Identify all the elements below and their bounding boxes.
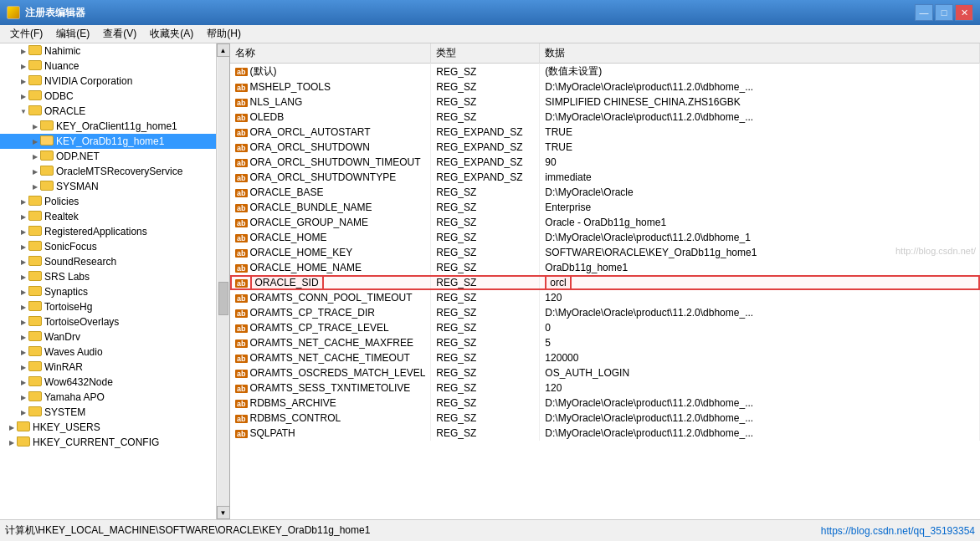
tree-item[interactable]: ▶SYSMAN bbox=[0, 179, 216, 194]
tree-item[interactable]: ▶WanDrv bbox=[0, 329, 216, 345]
table-row[interactable]: abRDBMS_ARCHIVEREG_SZD:\MyOracle\Oracle\… bbox=[230, 396, 980, 411]
tree-item-label: ODBC bbox=[44, 90, 74, 102]
table-row[interactable]: abORACLE_HOMEREG_SZD:\MyOracle\Oracle\pr… bbox=[230, 230, 980, 245]
tree-item-label: TortoiseHg bbox=[44, 301, 92, 313]
tree-item[interactable]: ▶SYSTEM bbox=[0, 405, 216, 420]
tree-item-label: SonicFocus bbox=[44, 241, 97, 253]
table-row[interactable]: abOLEDBREG_SZD:\MyOracle\Oracle\product\… bbox=[230, 110, 980, 125]
cell-name: abORACLE_SID bbox=[230, 275, 431, 290]
tree-item-label: Waves Audio bbox=[44, 346, 103, 358]
close-button[interactable]: ✕ bbox=[955, 4, 973, 21]
tree-expand-arrow: ▼ bbox=[18, 106, 28, 116]
tree-expand-arrow: ▶ bbox=[18, 46, 28, 56]
tree-item-label: Wow6432Node bbox=[44, 376, 113, 388]
table-row[interactable]: abORA_ORCL_SHUTDOWNREG_EXPAND_SZTRUE bbox=[230, 140, 980, 155]
tree-item[interactable]: ▶ODBC bbox=[0, 89, 216, 104]
tree-item[interactable]: ▶Yamaha APO bbox=[0, 390, 216, 405]
tree-item[interactable]: ▶RegisteredApplications bbox=[0, 224, 216, 239]
cell-data: D:\MyOracle\Oracle\product\11.2.0\dbhome… bbox=[540, 426, 980, 441]
menu-favorites[interactable]: 收藏夹(A) bbox=[143, 25, 200, 43]
cell-name: abORAMTS_OSCREDS_MATCH_LEVEL bbox=[230, 365, 431, 380]
tree-item[interactable]: ▶ODP.NET bbox=[0, 149, 216, 164]
tree-item[interactable]: ▶KEY_OraClient11g_home1 bbox=[0, 119, 216, 134]
tree-item[interactable]: ▶SRS Labs bbox=[0, 269, 216, 284]
menu-view[interactable]: 查看(V) bbox=[96, 25, 143, 43]
table-row[interactable]: abORACLE_HOME_NAMEREG_SZOraDb11g_home1 bbox=[230, 260, 980, 275]
folder-icon bbox=[28, 196, 42, 206]
tree-item[interactable]: ▶Realtek bbox=[0, 209, 216, 224]
table-row[interactable]: abORA_ORCL_AUTOSTARTREG_EXPAND_SZTRUE bbox=[230, 125, 980, 140]
tree-item[interactable]: ▶Nahimic bbox=[0, 43, 216, 59]
tree-item[interactable]: ▶HKEY_CURRENT_CONFIG bbox=[0, 435, 216, 450]
table-row[interactable]: abORAMTS_SESS_TXNTIMETOLIVEREG_SZ120 bbox=[230, 380, 980, 396]
table-row[interactable]: abORACLE_BASEREG_SZD:\MyOracle\Oracle bbox=[230, 185, 980, 200]
cell-data: 0 bbox=[540, 320, 980, 335]
tree-item[interactable]: ▶KEY_OraDb11g_home1 bbox=[0, 134, 216, 149]
table-row[interactable]: abORAMTS_CP_TRACE_LEVELREG_SZ0 bbox=[230, 320, 980, 335]
tree-item[interactable]: ▼ORACLE bbox=[0, 104, 216, 119]
cell-type: REG_EXPAND_SZ bbox=[431, 170, 540, 185]
name-highlight: ORACLE_SID bbox=[250, 275, 324, 290]
tree-item[interactable]: ▶NVIDIA Corporation bbox=[0, 74, 216, 89]
table-row[interactable]: abRDBMS_CONTROLREG_SZD:\MyOracle\Oracle\… bbox=[230, 411, 980, 426]
tree-expand-arrow: ▶ bbox=[7, 437, 17, 447]
menu-file[interactable]: 文件(F) bbox=[3, 25, 49, 43]
table-row[interactable]: abORAMTS_CP_TRACE_DIRREG_SZD:\MyOracle\O… bbox=[230, 305, 980, 320]
table-row[interactable]: abORAMTS_NET_CACHE_MAXFREEREG_SZ5 bbox=[230, 335, 980, 350]
tree-item[interactable]: ▶Wow6432Node bbox=[0, 375, 216, 390]
tree-item[interactable]: ▶TortoiseOverlays bbox=[0, 314, 216, 329]
cell-data: SOFTWARE\ORACLE\KEY_OraDb11g_home1http:/… bbox=[540, 245, 980, 260]
cell-name: abORACLE_HOME bbox=[230, 230, 431, 245]
cell-type: REG_SZ bbox=[431, 396, 540, 411]
folder-icon bbox=[28, 105, 42, 115]
scroll-thumb[interactable] bbox=[218, 282, 228, 315]
table-row[interactable]: abORA_ORCL_SHUTDOWN_TIMEOUTREG_EXPAND_SZ… bbox=[230, 155, 980, 170]
cell-type: REG_EXPAND_SZ bbox=[431, 155, 540, 170]
table-row[interactable]: abORA_ORCL_SHUTDOWNTYPEREG_EXPAND_SZimme… bbox=[230, 170, 980, 185]
type-icon: ab bbox=[235, 370, 248, 378]
scroll-up[interactable]: ▲ bbox=[217, 43, 230, 57]
table-row[interactable]: abORAMTS_NET_CACHE_TIMEOUTREG_SZ120000 bbox=[230, 350, 980, 365]
table-row[interactable]: ab(默认)REG_SZ(数值未设置) bbox=[230, 64, 980, 80]
table-row[interactable]: abORACLE_GROUP_NAMEREG_SZOracle - OraDb1… bbox=[230, 215, 980, 230]
title-bar-left: 注册表编辑器 bbox=[7, 6, 85, 20]
table-row[interactable]: abORACLE_SIDREG_SZorcl bbox=[230, 275, 980, 290]
tree-item[interactable]: ▶HKEY_USERS bbox=[0, 420, 216, 435]
cell-data: 120000 bbox=[540, 350, 980, 365]
menu-edit[interactable]: 编辑(E) bbox=[49, 25, 96, 43]
table-row[interactable]: abSQLPATHREG_SZD:\MyOracle\Oracle\produc… bbox=[230, 426, 980, 441]
tree-item[interactable]: ▶OracleMTSRecoveryService bbox=[0, 164, 216, 179]
type-icon: ab bbox=[235, 415, 248, 423]
tree-item[interactable]: ▶SoundResearch bbox=[0, 254, 216, 269]
cell-data: D:\MyOracle\Oracle\product\11.2.0\dbhome… bbox=[540, 411, 980, 426]
folder-icon bbox=[28, 361, 42, 371]
tree-item[interactable]: ▶WinRAR bbox=[0, 360, 216, 375]
maximize-button[interactable]: □ bbox=[935, 4, 953, 21]
tree-item[interactable]: ▶Synaptics bbox=[0, 284, 216, 299]
table-row[interactable]: abORACLE_BUNDLE_NAMEREG_SZEnterprise bbox=[230, 200, 980, 215]
tree-item-label: SoundResearch bbox=[44, 256, 116, 268]
cell-name: abORAMTS_CP_TRACE_LEVEL bbox=[230, 320, 431, 335]
table-row[interactable]: abMSHELP_TOOLSREG_SZD:\MyOracle\Oracle\p… bbox=[230, 79, 980, 94]
cell-data: D:\MyOracle\Oracle bbox=[540, 185, 980, 200]
cell-type: REG_SZ bbox=[431, 320, 540, 335]
tree-expand-arrow: ▶ bbox=[18, 227, 28, 237]
tree-item[interactable]: ▶Waves Audio bbox=[0, 345, 216, 360]
tree-item[interactable]: ▶Policies bbox=[0, 194, 216, 209]
watermark-text: http://blog.csdn.net/ bbox=[895, 246, 976, 256]
table-row[interactable]: abORACLE_HOME_KEYREG_SZSOFTWARE\ORACLE\K… bbox=[230, 245, 980, 260]
menu-help[interactable]: 帮助(H) bbox=[200, 25, 248, 43]
tree-content[interactable]: ▶Nahimic▶Nuance▶NVIDIA Corporation▶ODBC▼… bbox=[0, 43, 216, 519]
minimize-button[interactable]: — bbox=[915, 4, 933, 21]
window-title: 注册表编辑器 bbox=[25, 6, 85, 20]
cell-data: D:\MyOracle\Oracle\product\11.2.0\dbhome… bbox=[540, 396, 980, 411]
tree-item[interactable]: ▶Nuance bbox=[0, 59, 216, 74]
scroll-down[interactable]: ▼ bbox=[217, 506, 230, 519]
folder-icon bbox=[28, 316, 42, 326]
table-row[interactable]: abORAMTS_CONN_POOL_TIMEOUTREG_SZ120 bbox=[230, 290, 980, 305]
table-row[interactable]: abORAMTS_OSCREDS_MATCH_LEVELREG_SZOS_AUT… bbox=[230, 365, 980, 380]
table-row[interactable]: abNLS_LANGREG_SZSIMPLIFIED CHINESE_CHINA… bbox=[230, 94, 980, 110]
tree-item[interactable]: ▶TortoiseHg bbox=[0, 299, 216, 314]
cell-type: REG_SZ bbox=[431, 230, 540, 245]
tree-item[interactable]: ▶SonicFocus bbox=[0, 239, 216, 254]
